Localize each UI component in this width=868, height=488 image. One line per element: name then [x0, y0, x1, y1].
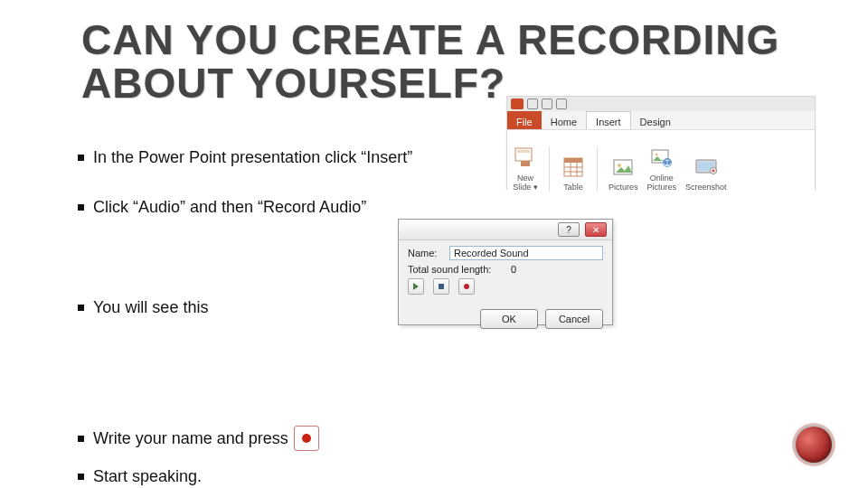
tab-home[interactable]: Home	[542, 111, 586, 129]
cmd-screenshot[interactable]: Screenshot	[685, 153, 727, 192]
dialog-buttons: OK Cancel	[399, 304, 612, 336]
record-button-icon	[294, 426, 319, 451]
powerpoint-ribbon: File Home Insert Design NewSlide ▾ Table…	[506, 96, 816, 190]
ribbon-commands: NewSlide ▾ Table Pictures OnlinePictures	[507, 129, 815, 193]
name-row: Name: Recorded Sound	[408, 246, 603, 260]
bullet-list: In the Power Point presentation click “I…	[78, 148, 711, 488]
cmd-new-slide[interactable]: NewSlide ▾	[513, 144, 538, 192]
bullet-text: You will see this	[93, 298, 208, 317]
screenshot-icon	[693, 153, 719, 182]
bullet-2: Click “Audio” and then “Record Audio”	[78, 198, 711, 217]
tab-file[interactable]: File	[507, 111, 542, 129]
redo-icon	[556, 99, 567, 109]
help-icon[interactable]: ?	[558, 222, 580, 237]
length-value: 0	[511, 264, 516, 275]
ribbon-titlebar	[507, 97, 815, 111]
bullet-marker	[78, 436, 84, 442]
cmd-label: Pictures	[609, 183, 638, 192]
record-sound-dialog: ? ✕ Name: Recorded Sound Total sound len…	[398, 219, 613, 325]
length-label: Total sound length:	[408, 264, 505, 275]
name-label: Name:	[408, 248, 444, 258]
tab-insert[interactable]: Insert	[586, 111, 631, 129]
svg-point-12	[655, 154, 657, 156]
new-slide-icon	[513, 144, 538, 173]
cmd-online-pictures[interactable]: OnlinePictures	[647, 144, 677, 192]
length-row: Total sound length: 0	[408, 264, 603, 275]
save-icon	[527, 99, 538, 109]
bullet-4: Write your name and press	[78, 426, 711, 451]
cmd-label: Screenshot	[685, 183, 727, 192]
undo-icon	[542, 99, 552, 109]
svg-rect-2	[521, 161, 530, 166]
bullet-marker	[78, 204, 84, 211]
cmd-pictures[interactable]: Pictures	[609, 153, 638, 192]
ok-button[interactable]: OK	[480, 309, 538, 329]
bullet-3: You will see this	[78, 298, 711, 317]
stop-icon[interactable]	[433, 278, 449, 295]
svg-point-10	[618, 164, 621, 167]
name-input[interactable]: Recorded Sound	[449, 246, 603, 260]
pictures-icon	[610, 153, 636, 182]
bullet-marker	[78, 305, 84, 311]
cmd-label: NewSlide ▾	[513, 174, 538, 192]
bullet-marker	[78, 155, 84, 161]
svg-rect-18	[712, 170, 714, 171]
close-icon[interactable]: ✕	[585, 222, 607, 237]
record-icon[interactable]	[458, 278, 475, 295]
dialog-titlebar: ? ✕	[399, 220, 612, 240]
bullet-text: Write your name and press	[93, 429, 288, 448]
cmd-label: OnlinePictures	[647, 174, 677, 192]
cancel-button[interactable]: Cancel	[545, 309, 603, 329]
bullet-text: Click “Audio” and then “Record Audio”	[93, 198, 366, 217]
bullet-text: Start speaking.	[93, 467, 202, 486]
svg-rect-19	[439, 284, 444, 289]
svg-point-20	[464, 284, 469, 289]
table-icon	[561, 153, 586, 182]
svg-rect-1	[517, 150, 530, 153]
powerpoint-icon	[511, 99, 524, 109]
svg-rect-4	[564, 158, 582, 163]
bullet-marker	[78, 474, 84, 480]
play-icon[interactable]	[408, 278, 424, 295]
decorative-sphere	[796, 427, 832, 463]
bullet-text: In the Power Point presentation click “I…	[93, 148, 412, 167]
tab-design[interactable]: Design	[631, 111, 680, 129]
dialog-body: Name: Recorded Sound Total sound length:…	[399, 240, 612, 304]
ribbon-tabs: File Home Insert Design	[507, 111, 815, 129]
online-pictures-icon	[649, 144, 675, 173]
cmd-table[interactable]: Table	[561, 153, 586, 192]
cmd-label: Table	[563, 183, 583, 192]
bullet-5: Start speaking.	[78, 467, 711, 486]
slide-title: CAN YOU CREATE A RECORDING ABOUT YOURSEL…	[81, 18, 868, 106]
controls-row	[408, 278, 603, 295]
